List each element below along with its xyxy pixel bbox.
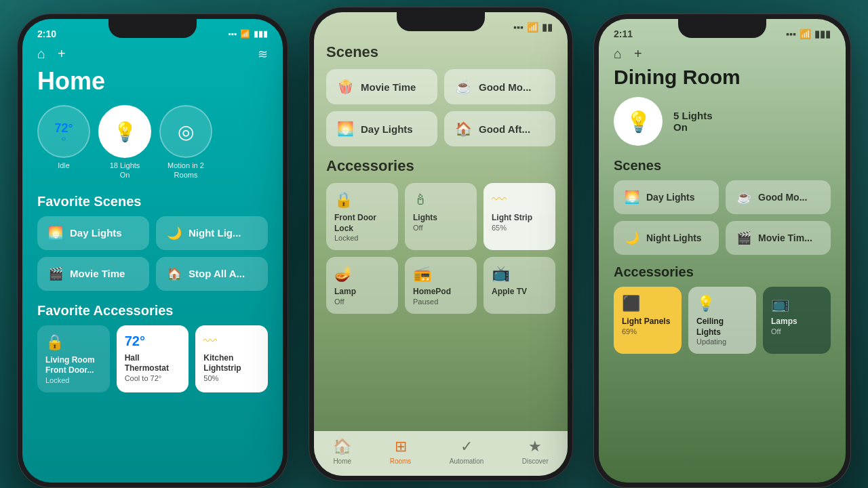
scenes-grid: 🌅 Day Lights 🌙 Night Lig... 🎬 Movie Time… bbox=[22, 216, 283, 300]
rooms-tv-card[interactable]: 📺 Apple TV bbox=[484, 257, 555, 314]
rooms-lamp-title: Lamp bbox=[334, 287, 390, 298]
dining-night-icon: 🌙 bbox=[625, 230, 639, 245]
dining-movie-label: Movie Tim... bbox=[758, 232, 812, 243]
temp-widget[interactable]: 72° ⊖ Idle bbox=[37, 105, 90, 180]
ceiling-lights-title: Ceiling Lights bbox=[696, 317, 748, 338]
dining-scene-movie[interactable]: 🎬 Movie Tim... bbox=[726, 221, 831, 255]
rooms-accessories-section: Accessories 🔒 Front Door Lock Locked 🕯 L… bbox=[326, 157, 555, 314]
notch-right bbox=[678, 19, 766, 38]
rooms-lamp-icon: 🪔 bbox=[334, 265, 390, 283]
home-title: Home bbox=[22, 67, 283, 105]
fav-scenes-title: Favorite Scenes bbox=[22, 191, 283, 216]
nav-rooms-label: Rooms bbox=[390, 458, 412, 465]
rooms-day-icon: 🌅 bbox=[337, 121, 354, 137]
motion-widget[interactable]: ◎ Motion in 2Rooms bbox=[159, 105, 212, 180]
rooms-lights-card[interactable]: 🕯 Lights Off bbox=[405, 183, 477, 250]
front-door-title: Living Room Front Door... bbox=[45, 355, 102, 376]
rooms-tv-icon: 📺 bbox=[492, 265, 547, 283]
dining-day-label: Day Lights bbox=[646, 192, 695, 203]
left-phone: 2:10 ▪▪▪ 📶 ▮▮▮ ⌂ + ≋ Home 72° bbox=[17, 14, 288, 488]
nav-rooms-icon: ⊞ bbox=[395, 438, 407, 455]
light-panels-card[interactable]: ⬛ Light Panels 69% bbox=[614, 287, 682, 354]
home-toolbar: ⌂ + ≋ bbox=[22, 43, 283, 67]
scenes-section-title: Scenes bbox=[326, 43, 555, 61]
lightstrip-icon: 〰 bbox=[203, 333, 260, 349]
thermostat-card[interactable]: 72° Hall Thermostat Cool to 72° bbox=[117, 325, 189, 392]
signal-icon: ▪▪▪ bbox=[228, 29, 237, 39]
scene-night-lights[interactable]: 🌙 Night Lig... bbox=[156, 216, 268, 250]
rooms-scene-good-mo[interactable]: ☕ Good Mo... bbox=[444, 69, 555, 104]
nav-discover[interactable]: ★ Discover bbox=[522, 438, 549, 465]
lamps-card[interactable]: 📺 Lamps Off bbox=[763, 287, 831, 354]
temp-value: 72° bbox=[54, 121, 73, 136]
rooms-movie-icon: 🍿 bbox=[337, 79, 354, 95]
scene-stop-all[interactable]: 🏠 Stop All A... bbox=[156, 257, 268, 291]
lamps-title: Lamps bbox=[771, 317, 823, 327]
light-panels-sub: 69% bbox=[622, 327, 673, 336]
add-icon[interactable]: + bbox=[58, 46, 66, 62]
rooms-lamp-card[interactable]: 🪔 Lamp Off bbox=[326, 257, 398, 314]
dining-scene-night[interactable]: 🌙 Night Lights bbox=[614, 221, 719, 255]
dining-toolbar: ⌂ + bbox=[599, 43, 846, 66]
center-phone: ▪▪▪ 📶 ▮▮ Scenes 🍿 Movie Time ☕ Good Mo..… bbox=[309, 7, 573, 481]
rooms-wifi: 📶 bbox=[527, 22, 538, 33]
right-phone: 2:11 ▪▪▪ 📶 ▮▮▮ ⌂ + Dining Room 💡 bbox=[593, 14, 851, 488]
rooms-scene-day[interactable]: 🌅 Day Lights bbox=[326, 111, 437, 146]
rooms-scene-good-aft[interactable]: 🏠 Good Aft... bbox=[444, 111, 555, 146]
dining-scene-day[interactable]: 🌅 Day Lights bbox=[614, 180, 719, 214]
lightstrip-title: Kitchen Lightstrip bbox=[203, 353, 260, 374]
notch-left bbox=[108, 19, 197, 38]
rooms-status-right: ▪▪▪ 📶 ▮▮ bbox=[513, 22, 553, 33]
scene-day-lights[interactable]: 🌅 Day Lights bbox=[37, 216, 149, 250]
dining-day-icon: 🌅 bbox=[625, 190, 639, 205]
lights-circle: 💡 bbox=[98, 105, 151, 158]
dining-bulb-circle[interactable]: 💡 bbox=[614, 97, 663, 146]
lights-widget[interactable]: 💡 18 LightsOn bbox=[98, 105, 151, 180]
nav-discover-label: Discover bbox=[522, 458, 549, 465]
nav-rooms[interactable]: ⊞ Rooms bbox=[390, 438, 412, 465]
rooms-strip-sub: 65% bbox=[492, 224, 547, 232]
dining-goodmo-icon: ☕ bbox=[736, 190, 751, 205]
rooms-strip-card[interactable]: 〰 Light Strip 65% bbox=[484, 183, 555, 250]
rooms-homepod-sub: Paused bbox=[413, 298, 469, 306]
stop-all-label: Stop All A... bbox=[189, 268, 245, 279]
rooms-goodaft-label: Good Aft... bbox=[479, 123, 530, 135]
rooms-homepod-card[interactable]: 📻 HomePod Paused bbox=[405, 257, 477, 314]
dining-status-right: ▪▪▪ 📶 ▮▮▮ bbox=[786, 28, 831, 39]
nav-automation-label: Automation bbox=[450, 458, 484, 465]
lock-icon: 🔒 bbox=[45, 333, 102, 351]
scene-movie-time[interactable]: 🎬 Movie Time bbox=[37, 257, 149, 291]
rooms-strip-title: Light Strip bbox=[492, 213, 547, 224]
rooms-door-card[interactable]: 🔒 Front Door Lock Locked bbox=[326, 183, 398, 250]
night-lights-icon: 🌙 bbox=[167, 226, 182, 241]
rooms-scene-movie[interactable]: 🍿 Movie Time bbox=[326, 69, 437, 104]
temp-sub: ⊖ bbox=[61, 136, 66, 142]
dining-scene-goodmo[interactable]: ☕ Good Mo... bbox=[726, 180, 831, 214]
light-panels-icon: ⬛ bbox=[622, 295, 673, 312]
temp-circle: 72° ⊖ bbox=[37, 105, 90, 158]
rooms-acc-grid: 🔒 Front Door Lock Locked 🕯 Lights Off 〰 … bbox=[326, 183, 555, 314]
motion-icon: ◎ bbox=[178, 121, 194, 143]
nav-automation[interactable]: ✓ Automation bbox=[450, 438, 484, 465]
home-icon[interactable]: ⌂ bbox=[37, 46, 45, 62]
dining-add-icon[interactable]: + bbox=[634, 46, 642, 62]
center-screen: ▪▪▪ 📶 ▮▮ Scenes 🍿 Movie Time ☕ Good Mo..… bbox=[314, 12, 568, 476]
dining-acc-grid: ⬛ Light Panels 69% 💡 Ceiling Lights Upda… bbox=[599, 287, 846, 354]
front-door-card[interactable]: 🔒 Living Room Front Door... Locked bbox=[37, 325, 110, 392]
rooms-screen: ▪▪▪ 📶 ▮▮ Scenes 🍿 Movie Time ☕ Good Mo..… bbox=[314, 12, 568, 476]
rooms-scenes-grid: 🍿 Movie Time ☕ Good Mo... 🌅 Day Lights 🏠… bbox=[326, 69, 555, 146]
temp-label: Idle bbox=[58, 161, 70, 170]
front-door-sub: Locked bbox=[45, 376, 102, 384]
light-panels-title: Light Panels bbox=[622, 317, 673, 327]
dining-scenes-title: Scenes bbox=[599, 155, 846, 180]
dining-home-icon[interactable]: ⌂ bbox=[614, 46, 622, 62]
ceiling-lights-card[interactable]: 💡 Ceiling Lights Updating bbox=[688, 287, 756, 354]
nav-home[interactable]: 🏠 Home bbox=[333, 438, 351, 465]
dining-widget-info: 5 Lights On bbox=[673, 110, 713, 133]
thermostat-title: Hall Thermostat bbox=[125, 353, 181, 374]
rooms-homepod-title: HomePod bbox=[413, 287, 469, 298]
lightstrip-card[interactable]: 〰 Kitchen Lightstrip 50% bbox=[195, 325, 268, 392]
nav-discover-icon: ★ bbox=[528, 438, 542, 455]
home-time: 2:10 bbox=[37, 28, 56, 39]
siri-icon[interactable]: ≋ bbox=[258, 47, 268, 62]
